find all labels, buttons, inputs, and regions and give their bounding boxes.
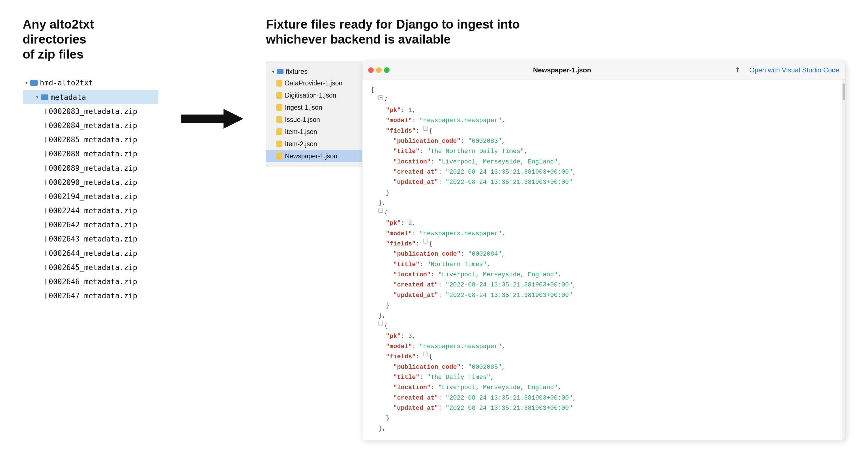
finder-file-row[interactable]: Ingest-1.json: [266, 101, 362, 114]
code-line: },: [371, 198, 833, 208]
file-icon: [45, 279, 46, 284]
code-line: "model": "newspapers.newspaper",: [371, 116, 833, 126]
finder-files-list: DataProvider-1.json Digitisation-1.json …: [266, 77, 362, 162]
file-icon: [45, 237, 46, 242]
tree-file-item[interactable]: 0002083_metadata.zip: [23, 104, 158, 119]
tree-file-item[interactable]: 0002084_metadata.zip: [23, 119, 158, 133]
root-folder-label: hmd-alto2txt: [40, 76, 93, 89]
code-line: "updated_at": "2022-08-24 13:35:21.38190…: [371, 290, 833, 301]
finder-file-row[interactable]: Item-2.json: [266, 138, 362, 150]
expand-icon6[interactable]: −: [423, 352, 428, 356]
file-label: 0002085_metadata.zip: [49, 133, 137, 146]
scrollbar[interactable]: [842, 80, 845, 440]
tree-file-item[interactable]: 0002090_metadata.zip: [23, 175, 158, 189]
tree-file-item[interactable]: 0002644_metadata.zip: [23, 246, 158, 260]
tree-file-item[interactable]: 0002088_metadata.zip: [23, 147, 158, 161]
file-label: 0002642_metadata.zip: [49, 219, 137, 231]
code-line: "updated_at": "2022-08-24 13:35:21.38190…: [371, 177, 833, 187]
close-button[interactable]: [368, 67, 374, 73]
finder-file-row[interactable]: Issue-1.json: [266, 114, 362, 126]
code-line: "location": "Liverpool, Merseyside, Engl…: [371, 157, 833, 167]
finder-file-label: Newspaper-1.json: [285, 152, 337, 160]
window-controls: [368, 67, 390, 73]
code-line: }: [371, 413, 833, 424]
code-line: "publication_code": "0002083",: [371, 136, 833, 147]
left-panel: Any alto2txt directoriesof zip files ▾ h…: [23, 17, 170, 303]
finder-file-row[interactable]: DataProvider-1.json: [266, 77, 362, 89]
code-line: "fields": −{: [371, 352, 833, 362]
file-label: 0002088_metadata.zip: [49, 148, 137, 160]
code-line: "fields": −{: [371, 239, 833, 249]
tree-root-folder[interactable]: ▾ hmd-alto2txt: [23, 76, 158, 90]
tree-file-item[interactable]: 0002646_metadata.zip: [23, 275, 158, 289]
open-with-vscode-button[interactable]: Open with Visual Studio Code: [749, 66, 839, 74]
json-file-icon: [276, 116, 282, 123]
expand-icon[interactable]: −: [378, 95, 383, 100]
finder-file-row[interactable]: Item-1.json: [266, 126, 362, 138]
vscode-filename: Newspaper-1.json: [393, 66, 731, 74]
file-icon: [45, 137, 46, 143]
code-line: "pk": 1,: [371, 105, 833, 116]
right-arrow-icon: [181, 107, 243, 130]
code-line: "location": "Liverpool, Merseyside, Engl…: [371, 383, 833, 393]
scrollbar-thumb[interactable]: [842, 84, 845, 100]
finder-file-row[interactable]: Newspaper-1.json: [266, 150, 362, 162]
expand-icon3[interactable]: −: [378, 208, 383, 213]
right-panel: Fixture files ready for Django to ingest…: [255, 17, 845, 440]
tree-file-item[interactable]: 0002085_metadata.zip: [23, 133, 158, 147]
share-icon[interactable]: ⬆: [735, 66, 740, 74]
expand-icon5[interactable]: −: [378, 321, 383, 325]
tree-file-item[interactable]: 0002194_metadata.zip: [23, 189, 158, 203]
code-line: }: [371, 188, 833, 198]
finder-area: ▾ fixtures DataProvider-1.json Digitisat…: [266, 61, 845, 440]
expand-icon4[interactable]: −: [423, 239, 428, 244]
expand-icon2[interactable]: −: [423, 126, 428, 131]
file-label: 0002646_metadata.zip: [49, 276, 137, 288]
folder-chevron-icon: ▾: [272, 68, 274, 75]
file-icon: [45, 293, 46, 299]
zip-files-list: 0002083_metadata.zip 0002084_metadata.zi…: [23, 104, 158, 303]
file-label: 0002089_metadata.zip: [49, 162, 137, 175]
json-file-icon: [276, 153, 282, 159]
minimize-button[interactable]: [376, 67, 382, 73]
fixtures-folder-icon: [277, 69, 283, 74]
code-line: "model": "newspapers.newspaper",: [371, 342, 833, 352]
file-icon: [45, 165, 46, 171]
code-line: [: [371, 85, 833, 95]
code-line: −{: [371, 208, 833, 218]
code-line: "publication_code": "0002085",: [371, 362, 833, 372]
vscode-titlebar: Newspaper-1.json ⬆ Open with Visual Stud…: [363, 61, 845, 80]
file-icon: [45, 180, 46, 185]
tree-file-item[interactable]: 0002244_metadata.zip: [23, 203, 158, 218]
code-line: −{: [371, 321, 833, 331]
tree-file-item[interactable]: 0002643_metadata.zip: [23, 232, 158, 246]
tree-file-item[interactable]: 0002645_metadata.zip: [23, 260, 158, 275]
folder-icon: [30, 80, 38, 86]
file-label: 0002084_metadata.zip: [49, 119, 137, 132]
maximize-button[interactable]: [384, 67, 390, 73]
tree-file-item[interactable]: 0002642_metadata.zip: [23, 218, 158, 232]
json-file-icon: [276, 128, 282, 135]
file-tree: ▾ hmd-alto2txt ▾ metadata 0002083_metada…: [23, 76, 158, 303]
chevron-down-icon: ▾: [36, 93, 39, 101]
finder-file-label: Digitisation-1.json: [285, 92, 336, 99]
fixtures-folder-header[interactable]: ▾ fixtures: [266, 66, 362, 77]
fixtures-folder-label: fixtures: [286, 68, 308, 75]
code-line: "updated_at": "2022-08-24 13:35:21.38190…: [371, 403, 833, 413]
file-label: 0002244_metadata.zip: [49, 205, 137, 217]
file-label: 0002645_metadata.zip: [49, 261, 137, 274]
tree-metadata-folder[interactable]: ▾ metadata: [23, 90, 158, 104]
json-file-icon: [276, 92, 282, 99]
finder-file-label: Ingest-1.json: [285, 104, 322, 112]
code-line: "created_at": "2022-08-24 13:35:21.38190…: [371, 393, 833, 403]
tree-file-item[interactable]: 0002089_metadata.zip: [23, 161, 158, 175]
chevron-right-icon: ▾: [25, 79, 28, 87]
finder-file-row[interactable]: Digitisation-1.json: [266, 89, 362, 101]
tree-file-item[interactable]: 0002647_metadata.zip: [23, 289, 158, 303]
code-line: "pk": 2,: [371, 218, 833, 228]
file-label: 0002083_metadata.zip: [49, 105, 137, 118]
json-file-icon: [276, 104, 282, 111]
file-icon: [45, 208, 46, 214]
file-icon: [45, 222, 46, 228]
code-line: "created_at": "2022-08-24 13:35:21.38190…: [371, 280, 833, 290]
